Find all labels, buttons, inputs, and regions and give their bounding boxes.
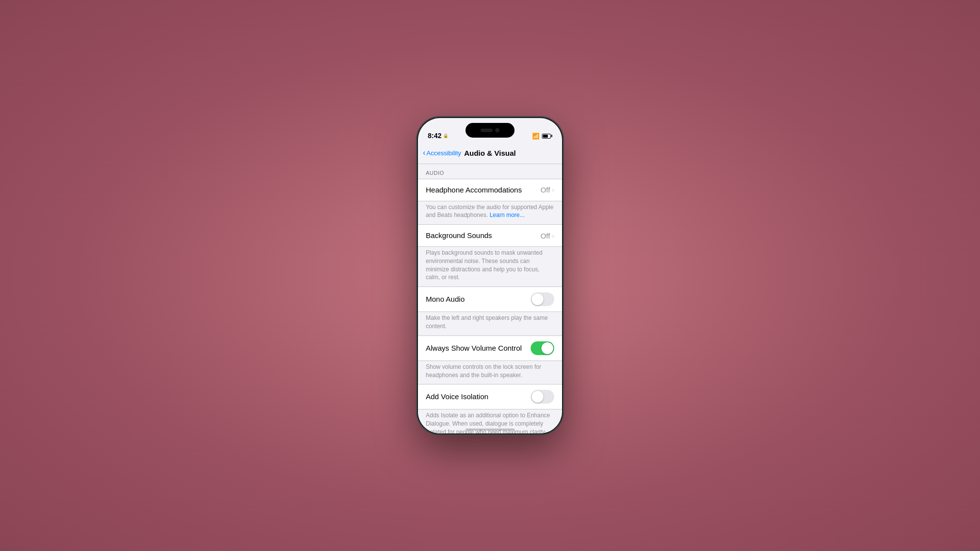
status-time: 8:42 🔒 xyxy=(428,132,448,140)
background-sounds-label: Background Sounds xyxy=(426,231,540,240)
row-content: Background Sounds xyxy=(426,231,540,240)
volume-control-row: Always Show Volume Control xyxy=(418,336,562,360)
voice-isolation-label: Add Voice Isolation xyxy=(426,392,531,401)
background-sounds-value: Off xyxy=(540,232,550,240)
voice-isolation-row: Add Voice Isolation xyxy=(418,384,562,409)
voice-isolation-group: Add Voice Isolation xyxy=(418,384,562,409)
background-desc-text: Plays background sounds to mask unwanted… xyxy=(426,249,542,281)
volume-control-description: Show volume controls on the lock screen … xyxy=(418,361,562,384)
battery-tip xyxy=(551,135,552,137)
phone-body: 8:42 🔒 📶 ‹ Accessibility xyxy=(416,117,564,435)
di-camera xyxy=(495,128,499,132)
headphone-accommodations-chevron: › xyxy=(552,186,554,193)
background-sounds-description: Plays background sounds to mask unwanted… xyxy=(418,247,562,287)
mono-audio-description: Make the left and right speakers play th… xyxy=(418,312,562,335)
row-content: Mono Audio xyxy=(426,295,531,304)
lock-icon: 🔒 xyxy=(443,133,448,138)
mono-audio-toggle-thumb xyxy=(532,293,543,305)
content-area: AUDIO Headphone Accommodations Off › xyxy=(418,164,562,433)
mono-audio-label: Mono Audio xyxy=(426,295,531,304)
row-content: Always Show Volume Control xyxy=(426,344,531,353)
audio-section-header: AUDIO xyxy=(418,164,562,179)
back-button[interactable]: ‹ Accessibility xyxy=(423,148,461,157)
wifi-icon: 📶 xyxy=(532,133,539,140)
headphone-accommodations-label: Headphone Accommodations xyxy=(426,186,540,194)
mono-desc-text: Make the left and right speakers play th… xyxy=(426,314,548,330)
di-speaker xyxy=(481,129,492,132)
learn-more-label[interactable]: Learn more... xyxy=(490,212,524,218)
voice-isolation-toggle[interactable] xyxy=(531,390,554,404)
battery-fill xyxy=(543,135,548,138)
voice-isolation-toggle-thumb xyxy=(532,391,543,403)
headphone-accommodations-group: Headphone Accommodations Off › xyxy=(418,179,562,201)
back-chevron-icon: ‹ xyxy=(423,148,425,157)
time-label: 8:42 xyxy=(428,132,441,140)
volume-control-label: Always Show Volume Control xyxy=(426,344,531,353)
mono-audio-row: Mono Audio xyxy=(418,287,562,311)
background-sounds-right: Off › xyxy=(540,232,554,240)
volume-control-toggle-thumb xyxy=(541,342,553,354)
learn-more-link[interactable]: Learn more... xyxy=(490,212,524,218)
row-content: Headphone Accommodations xyxy=(426,186,540,194)
headphone-accommodations-row[interactable]: Headphone Accommodations Off › xyxy=(418,179,562,201)
status-indicators: 📶 xyxy=(532,133,552,140)
battery-icon xyxy=(542,134,552,139)
audio-header-label: AUDIO xyxy=(426,170,444,176)
headphone-accommodations-right: Off › xyxy=(540,186,554,194)
volume-control-group: Always Show Volume Control xyxy=(418,335,562,361)
headphone-accommodations-value: Off xyxy=(540,186,550,194)
navigation-bar: ‹ Accessibility Audio & Visual xyxy=(418,143,562,164)
dynamic-island xyxy=(466,123,514,138)
background-sounds-group: Background Sounds Off › xyxy=(418,224,562,247)
phone-screen: 8:42 🔒 📶 ‹ Accessibility xyxy=(418,118,562,433)
background-sounds-row[interactable]: Background Sounds Off › xyxy=(418,225,562,246)
volume-desc-text: Show volume controls on the lock screen … xyxy=(426,363,541,379)
phone-device: 8:42 🔒 📶 ‹ Accessibility xyxy=(416,117,564,435)
mono-audio-toggle[interactable] xyxy=(531,292,554,306)
battery-body xyxy=(542,134,551,139)
home-indicator xyxy=(466,429,514,431)
background-sounds-chevron: › xyxy=(552,232,554,240)
volume-control-toggle[interactable] xyxy=(531,341,554,355)
row-content: Add Voice Isolation xyxy=(426,392,531,401)
mono-audio-group: Mono Audio xyxy=(418,287,562,312)
headphone-accommodations-description: You can customize the audio for supporte… xyxy=(418,201,562,225)
back-label: Accessibility xyxy=(426,149,461,157)
page-title: Audio & Visual xyxy=(464,149,516,157)
